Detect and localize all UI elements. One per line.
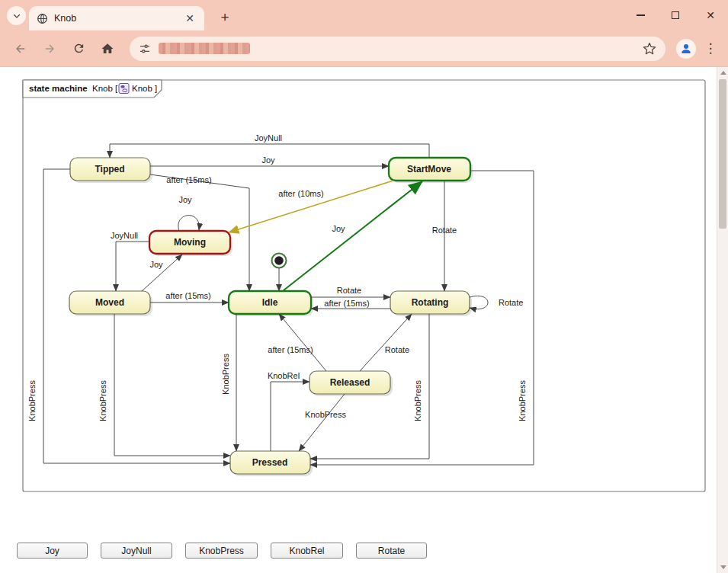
svg-text:Moving: Moving [174, 237, 206, 248]
scrollbar-down-button[interactable] [717, 562, 728, 573]
event-buttons: Joy JoyNull KnobPress KnobRel Rotate [17, 543, 427, 559]
initial-state [272, 254, 287, 292]
state-rotating: Rotating [390, 291, 472, 316]
forward-button[interactable] [37, 36, 63, 62]
transition-label: Rotate [385, 345, 409, 354]
window-controls: ✕ [623, 0, 728, 30]
person-icon [679, 42, 693, 56]
tab-close-icon[interactable]: ✕ [183, 11, 197, 25]
vertical-scrollbar[interactable] [717, 67, 728, 573]
state-moving: Moving [149, 231, 233, 256]
frame-ref: Knob ] [132, 84, 157, 93]
svg-text:Idle: Idle [262, 297, 278, 308]
transition-label: JoyNull [255, 133, 282, 142]
home-icon [101, 42, 114, 56]
event-button-joy[interactable]: Joy [17, 543, 88, 559]
state-moved: Moved [69, 291, 152, 316]
event-button-rotate[interactable]: Rotate [356, 543, 427, 559]
transition-label: KnobPress [305, 410, 346, 419]
transition-label: Rotate [337, 286, 361, 295]
transition-joy-moving-self [178, 216, 199, 231]
site-info-tune-icon [139, 43, 151, 55]
state-idle: Idle [229, 291, 313, 316]
back-arrow-icon [14, 42, 27, 56]
svg-text:Released: Released [330, 377, 370, 388]
browser-toolbar: ⋮ [0, 30, 728, 67]
diagram-frame: state machine Knob [ Knob ] [23, 80, 705, 491]
transition-label: Joy [332, 224, 345, 233]
scroll-down-icon [720, 565, 726, 569]
event-button-knobpress[interactable]: KnobPress [185, 543, 258, 559]
scroll-up-icon [720, 71, 726, 75]
transition-label: KnobPress [27, 380, 37, 421]
transition-label: KnobPress [413, 380, 422, 421]
event-button-knobrel[interactable]: KnobRel [271, 543, 343, 559]
svg-text:Tipped: Tipped [95, 164, 124, 174]
transition-rotate-released-rotating [360, 314, 412, 371]
svg-text:StartMove: StartMove [407, 164, 451, 174]
state-tipped: Tipped [70, 158, 152, 183]
svg-text:Pressed: Pressed [252, 457, 288, 468]
transition-rotate-rotating-self [470, 296, 488, 309]
redacted-url [159, 43, 250, 54]
globe-favicon-icon [37, 13, 48, 24]
tab-strip: Knob ✕ + ✕ [0, 0, 728, 30]
state-pressed: Pressed [230, 451, 313, 476]
transition-label: Joy [178, 195, 192, 204]
close-icon: ✕ [706, 10, 715, 21]
profile-avatar[interactable] [676, 39, 696, 59]
transition-label: after (15ms) [324, 299, 369, 308]
frame-keyword: state machine [29, 84, 88, 93]
transition-label: Rotate [499, 298, 523, 307]
transition-label: KnobPress [221, 354, 230, 395]
browser-tab-knob[interactable]: Knob ✕ [29, 6, 204, 30]
transition-knobrel-pressed-released [271, 382, 309, 451]
transition-label: KnobRel [268, 371, 300, 380]
scrollbar-up-button[interactable] [717, 67, 728, 78]
state-startmove: StartMove [389, 158, 473, 183]
svg-text:Rotating: Rotating [412, 297, 449, 308]
page-content: state machine Knob [ Knob ] Tipped Start… [0, 67, 728, 573]
minimize-button[interactable] [623, 0, 658, 30]
close-button[interactable]: ✕ [693, 0, 728, 30]
back-button[interactable] [8, 36, 34, 62]
minimize-icon [637, 14, 645, 16]
transition-knobpress-released-pressed [299, 394, 345, 451]
browser-menu-icon[interactable]: ⋮ [699, 36, 722, 62]
transition-label: after (15ms) [166, 175, 211, 184]
browser-window: Knob ✕ + ✕ [0, 0, 728, 573]
forward-arrow-icon [43, 42, 56, 56]
transition-knobpress-moved-pressed [114, 314, 230, 456]
frame-name: Knob [ [92, 84, 118, 93]
maximize-button[interactable] [658, 0, 693, 30]
transition-label: Rotate [432, 226, 457, 235]
transition-label: after (10ms) [278, 189, 323, 198]
scrollbar-thumb[interactable] [719, 79, 726, 229]
state-machine-diagram: state machine Knob [ Knob ] Tipped Start… [0, 67, 728, 573]
transition-label: after (15ms) [165, 291, 210, 300]
reload-button[interactable] [66, 36, 91, 62]
statemachine-diagram-icon [119, 84, 129, 94]
transition-joynull-moving-moved [116, 242, 149, 291]
address-bar[interactable] [130, 37, 665, 61]
transition-label: Joy [261, 155, 275, 165]
home-button[interactable] [95, 36, 120, 62]
transition-label: KnobPress [518, 380, 527, 421]
svg-text:Moved: Moved [95, 297, 124, 308]
transition-after15-released-idle [279, 314, 326, 371]
new-tab-button[interactable]: + [215, 8, 235, 27]
state-released: Released [309, 371, 393, 396]
tab-search-button[interactable] [7, 6, 26, 25]
tab-title: Knob [54, 13, 177, 24]
maximize-icon [672, 11, 679, 19]
transition-label: Joy [149, 260, 163, 269]
bookmark-star-icon[interactable] [643, 42, 656, 56]
chevron-down-icon [12, 11, 21, 21]
transition-label: JoyNull [111, 231, 138, 240]
transition-label: after (15ms) [268, 345, 313, 354]
reload-icon [72, 42, 85, 55]
transition-label: KnobPress [98, 380, 107, 421]
event-button-joynull[interactable]: JoyNull [101, 543, 172, 559]
